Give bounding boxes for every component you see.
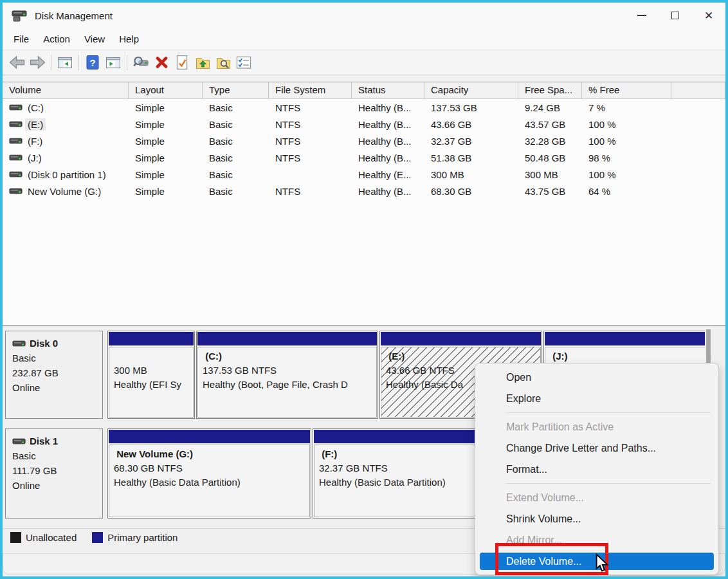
- partition[interactable]: 300 MBHealthy (EFI Sy: [107, 331, 195, 419]
- table-row[interactable]: (F:)SimpleBasicNTFSHealthy (B...32.37 GB…: [3, 133, 725, 149]
- context-menu-item-change-drive-letter-and-paths[interactable]: Change Drive Letter and Paths...: [475, 437, 718, 459]
- toolbar-button-disk-properties[interactable]: [131, 53, 151, 72]
- disk-size: 232.87 GB: [12, 365, 102, 380]
- cell-file_system: NTFS: [269, 186, 352, 197]
- partition-type-bar: [381, 332, 541, 345]
- partition-status: Healthy (Boot, Page File, Crash D: [203, 378, 376, 392]
- partition-title: (E:): [386, 349, 540, 363]
- minimize-button[interactable]: [625, 3, 659, 28]
- column-header-type[interactable]: Type: [203, 82, 269, 98]
- cell-status: Healthy (B...: [352, 152, 424, 163]
- title-bar: Disk Management ✕: [3, 3, 725, 28]
- table-row[interactable]: (E:)SimpleBasicNTFSHealthy (B...43.66 GB…: [3, 116, 725, 133]
- table-row[interactable]: (J:)SimpleBasicNTFSHealthy (B...51.38 GB…: [3, 149, 725, 166]
- column-header-layout[interactable]: Layout: [129, 82, 203, 98]
- partition-title: New Volume (G:): [114, 447, 309, 461]
- disk-label-0[interactable]: Disk 0Basic232.87 GBOnline: [5, 331, 103, 419]
- close-button[interactable]: ✕: [692, 3, 725, 28]
- folder-find-icon: [215, 55, 232, 69]
- column-header-%-free[interactable]: % Free: [582, 82, 671, 98]
- disk-name: Disk 1: [12, 434, 102, 448]
- cell-type: Basic: [203, 119, 269, 130]
- volume-table-header: VolumeLayoutTypeFile SystemStatusCapacit…: [3, 82, 725, 99]
- volume-cell: (C:): [3, 102, 129, 113]
- toolbar-gap: [3, 75, 725, 82]
- cell-layout: Simple: [129, 169, 203, 180]
- legend-label: Primary partition: [107, 532, 177, 543]
- volume-cell: (J:): [3, 152, 129, 163]
- cell-file_system: NTFS: [269, 152, 352, 163]
- show-console-tree-icon: [57, 55, 73, 69]
- cell-pct_free: 64 %: [582, 186, 671, 197]
- context-menu-item-format[interactable]: Format...: [475, 459, 718, 480]
- volume-cell: New Volume (G:): [3, 186, 129, 197]
- disk-icon: [12, 437, 26, 445]
- cell-status: Healthy (B...: [352, 136, 424, 147]
- cell-type: Basic: [203, 136, 269, 147]
- toolbar-button-folder-find[interactable]: [213, 53, 233, 72]
- column-header-free-spa-[interactable]: Free Spa...: [518, 82, 582, 98]
- disk-name: Disk 0: [12, 336, 102, 351]
- drive-icon: [9, 154, 23, 161]
- toolbar-button-check-document[interactable]: [172, 53, 192, 72]
- partition-type-bar: [197, 332, 377, 345]
- volume-cell: (F:): [3, 136, 129, 147]
- minimize-icon: [637, 15, 646, 16]
- toolbar-button-help[interactable]: ?: [82, 53, 103, 72]
- context-menu-item-extend-volume: Extend Volume...: [475, 487, 718, 508]
- table-row[interactable]: (Disk 0 partition 1)SimpleBasicHealthy (…: [3, 166, 725, 183]
- disk-name-text: Disk 1: [30, 434, 58, 448]
- partition-newvolumeg[interactable]: New Volume (G:)68.30 GB NTFSHealthy (Bas…: [107, 428, 311, 519]
- partition-title: [114, 349, 193, 363]
- toolbar-button-show-console-tree[interactable]: [55, 53, 75, 72]
- annotation-highlight-box: [495, 543, 608, 575]
- toolbar-separator: [127, 55, 127, 70]
- cell-file_system: NTFS: [269, 136, 352, 147]
- partition-body: (C:)137.53 GB NTFSHealthy (Boot, Page Fi…: [197, 347, 377, 418]
- menubar-item-view[interactable]: View: [77, 31, 112, 47]
- drive-icon: [9, 104, 23, 111]
- toolbar-button-folder-up[interactable]: [192, 53, 213, 72]
- column-header-volume[interactable]: Volume: [3, 82, 129, 98]
- cell-type: Basic: [203, 152, 269, 163]
- cell-layout: Simple: [129, 152, 203, 163]
- column-header-status[interactable]: Status: [352, 82, 424, 98]
- toolbar-separator: [78, 55, 79, 70]
- column-header-file-system[interactable]: File System: [269, 82, 352, 98]
- toolbar-button-delete[interactable]: [151, 53, 172, 72]
- context-menu-item-shrink-volume[interactable]: Shrink Volume...: [475, 508, 718, 529]
- cursor-arrow: [595, 553, 610, 576]
- cell-free_space: 43.57 GB: [518, 119, 582, 130]
- menubar-item-action[interactable]: Action: [36, 31, 77, 47]
- disk-label-1[interactable]: Disk 1Basic111.79 GBOnline: [5, 428, 103, 519]
- cell-type: Basic: [203, 169, 269, 180]
- menubar-item-help[interactable]: Help: [112, 31, 146, 47]
- partition-type-bar: [545, 332, 709, 345]
- menubar-item-file[interactable]: File: [6, 31, 36, 47]
- column-header-blank[interactable]: [671, 82, 725, 98]
- disk-kind: Basic: [12, 351, 102, 365]
- toolbar-button-forward[interactable]: [27, 53, 48, 72]
- cell-pct_free: 98 %: [582, 152, 671, 163]
- legend-swatch: [92, 532, 103, 543]
- column-header-capacity[interactable]: Capacity: [424, 82, 518, 98]
- cell-type: Basic: [203, 186, 269, 197]
- partition-c[interactable]: (C:)137.53 GB NTFSHealthy (Boot, Page Fi…: [196, 331, 378, 419]
- table-row[interactable]: New Volume (G:)SimpleBasicNTFSHealthy (B…: [3, 183, 725, 199]
- cell-free_space: 300 MB: [518, 169, 582, 180]
- cell-type: Basic: [203, 102, 269, 113]
- toolbar-button-back[interactable]: [6, 53, 27, 72]
- close-icon: ✕: [704, 10, 713, 21]
- context-menu-item-explore[interactable]: Explore: [475, 388, 718, 409]
- folder-up-icon: [195, 55, 211, 69]
- cell-layout: Simple: [129, 136, 203, 147]
- toolbar-button-view-list[interactable]: [233, 53, 254, 72]
- maximize-button[interactable]: [659, 3, 692, 28]
- cell-pct_free: 100 %: [582, 169, 671, 180]
- toolbar-button-show-action-pane[interactable]: [103, 53, 123, 72]
- context-menu-item-open[interactable]: Open: [475, 367, 718, 388]
- table-row[interactable]: (C:)SimpleBasicNTFSHealthy (B...137.53 G…: [3, 99, 725, 116]
- maximize-icon: [671, 12, 679, 19]
- volume-cell: (E:): [3, 118, 129, 131]
- cell-layout: Simple: [129, 102, 203, 113]
